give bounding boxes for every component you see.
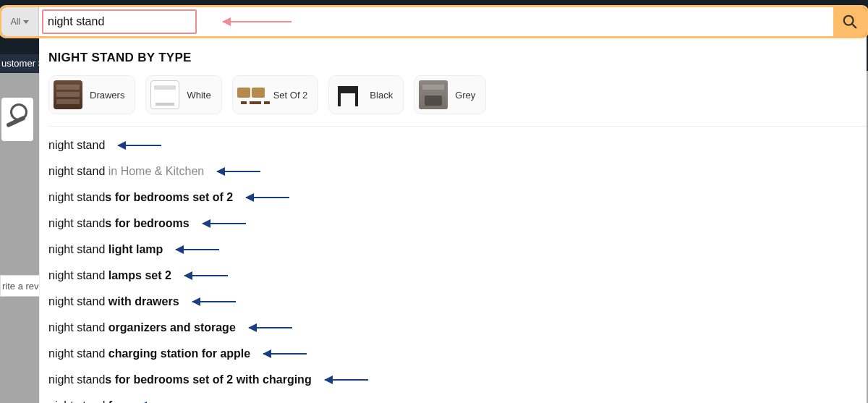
type-section-title: NIGHT STAND BY TYPE <box>48 51 867 65</box>
annotation-arrow <box>246 197 289 198</box>
suggestion-text: night stand with drawers <box>48 295 179 308</box>
suggestion-item[interactable]: night stands for bedrooms set of 2 with … <box>48 367 867 393</box>
annotation-arrow <box>184 275 228 276</box>
suggestion-text: night stand charging station for apple <box>48 347 250 360</box>
search-icon <box>842 14 858 30</box>
annotation-arrow <box>217 171 260 172</box>
suggestion-text: night stand in Home & Kitchen <box>48 165 204 178</box>
suggestion-text: night stand fan <box>48 399 126 403</box>
suggestion-item[interactable]: night stand <box>48 132 867 158</box>
type-card[interactable]: Black <box>328 75 404 114</box>
suggestion-text: night stand <box>48 139 105 152</box>
type-card[interactable]: Grey <box>414 75 486 114</box>
suggestion-text: night stands for bedrooms set of 2 <box>48 191 233 204</box>
search-button[interactable] <box>833 7 867 36</box>
suggestion-item[interactable]: night stand in Home & Kitchen <box>48 158 867 184</box>
annotation-arrow-search <box>223 21 292 22</box>
grey-icon <box>419 80 448 109</box>
annotation-arrow <box>263 353 307 355</box>
search-input-container <box>39 7 833 36</box>
suggestion-item[interactable]: night stand lamps set 2 <box>48 263 867 289</box>
type-card[interactable]: Drawers <box>48 75 135 114</box>
suggestion-item[interactable]: night stand light lamp <box>48 237 867 263</box>
suggestion-text: night stand organizers and storage <box>48 321 236 334</box>
svg-line-1 <box>852 24 856 28</box>
suggestion-text: night stands for bedrooms set of 2 with … <box>48 373 312 386</box>
search-bar: All <box>1 7 867 36</box>
annotation-arrow <box>325 379 368 381</box>
suggestion-list: night standnight stand in Home & Kitchen… <box>48 132 867 403</box>
drawers-icon <box>54 80 82 109</box>
type-card-label: Drawers <box>90 90 124 101</box>
search-department-label: All <box>11 17 20 27</box>
suggestion-item[interactable]: night stand organizers and storage <box>48 315 867 341</box>
suggestion-item[interactable]: night stand charging station for apple <box>48 341 867 367</box>
divider <box>48 126 867 127</box>
type-card-label: Black <box>370 90 393 101</box>
type-card-label: White <box>187 90 210 101</box>
suggestion-text: night stand light lamp <box>48 243 163 256</box>
type-card[interactable]: White <box>145 75 221 114</box>
annotation-arrow <box>118 145 161 146</box>
type-card[interactable]: Set Of 2 <box>232 75 319 114</box>
suggestion-item[interactable]: night stands for bedrooms set of 2 <box>48 184 867 211</box>
annotation-arrow <box>176 249 219 250</box>
suggestion-item[interactable]: night stand with drawers <box>48 289 867 315</box>
annotation-arrow <box>192 301 236 302</box>
search-department-dropdown[interactable]: All <box>1 7 39 36</box>
setof2-icon <box>237 80 266 109</box>
suggestion-text: night stands for bedrooms <box>48 217 190 230</box>
search-input[interactable] <box>39 7 833 36</box>
search-autocomplete-panel: NIGHT STAND BY TYPE DrawersWhiteSet Of 2… <box>39 36 867 403</box>
black-icon <box>333 80 362 109</box>
white-icon <box>150 80 179 109</box>
suggestion-item[interactable]: night stand fan <box>48 393 867 403</box>
type-cards-row: DrawersWhiteSet Of 2BlackGrey <box>48 75 867 114</box>
annotation-arrow <box>203 223 246 224</box>
product-thumbnail <box>1 98 33 141</box>
chevron-down-icon <box>23 20 29 24</box>
suggestion-text: night stand lamps set 2 <box>48 269 171 282</box>
type-card-label: Grey <box>455 90 475 101</box>
suggestion-item[interactable]: night stands for bedrooms <box>48 211 867 237</box>
annotation-arrow <box>249 327 292 328</box>
type-card-label: Set Of 2 <box>273 90 308 101</box>
